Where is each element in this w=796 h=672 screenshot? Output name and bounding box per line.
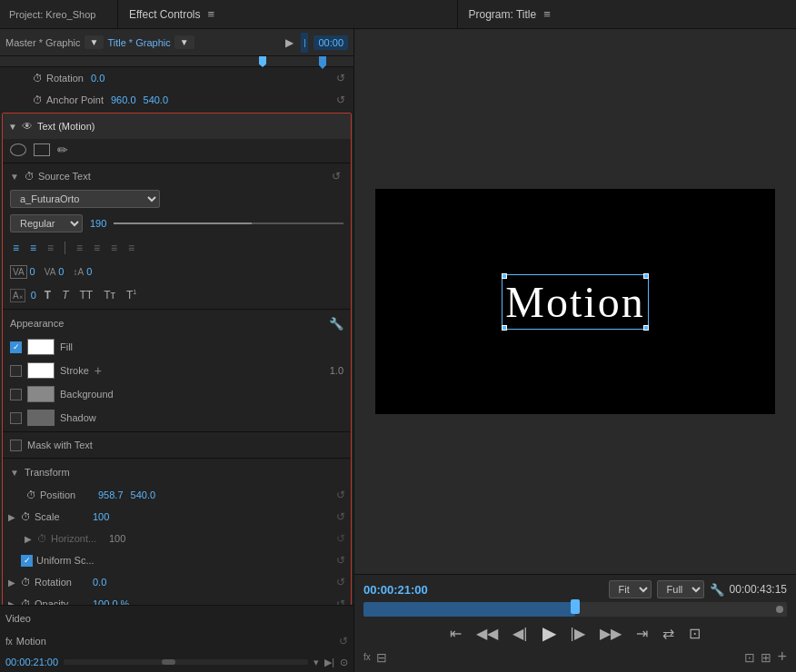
horiz-chevron[interactable]: ▶ (25, 534, 32, 544)
fill-checkbox[interactable] (10, 341, 22, 353)
uniform-reset[interactable]: ↺ (336, 554, 345, 567)
loop-btn[interactable]: ⇄ (659, 623, 678, 644)
top-scrubber[interactable] (0, 56, 353, 67)
source-text-chevron[interactable]: ▼ (10, 172, 19, 182)
text-motion-visibility[interactable]: 👁 (22, 120, 33, 133)
fit-select[interactable]: Fit (609, 580, 652, 598)
stroke-checkbox[interactable] (10, 365, 22, 377)
scale-value[interactable]: 100 (93, 511, 109, 522)
bold-btn[interactable]: T (42, 288, 54, 302)
handle-top-right[interactable] (643, 273, 649, 279)
compare-btn[interactable]: ⊟ (376, 650, 387, 665)
font-size-value[interactable]: 190 (90, 218, 106, 229)
baseline-value[interactable]: 0 (86, 266, 92, 277)
settings-wrench-icon[interactable]: 🔧 (710, 583, 724, 597)
opacity-value[interactable]: 100.0 % (93, 598, 129, 605)
opacity-stopwatch[interactable]: ⏱ (21, 598, 31, 605)
fx-reset[interactable]: ↺ (339, 635, 348, 647)
bg-checkbox[interactable] (10, 389, 22, 400)
step-back-btn[interactable]: ◀◀ (473, 623, 502, 644)
super-btn[interactable]: T1 (124, 288, 139, 302)
mask-checkbox[interactable] (10, 440, 22, 451)
opacity-reset[interactable]: ↺ (336, 598, 345, 605)
stroke-add-btn[interactable]: + (95, 363, 102, 378)
source-text-stopwatch[interactable]: ⏱ (25, 171, 35, 182)
rotation-stopwatch-t[interactable]: ⏱ (21, 577, 31, 588)
position-x[interactable]: 958.7 (98, 489, 124, 500)
lift-btn[interactable]: ⊞ (761, 650, 771, 665)
filter-btn[interactable]: ▾ (313, 657, 319, 668)
horiz-reset[interactable]: ↺ (336, 532, 345, 545)
tracking-value[interactable]: 0 (58, 266, 64, 277)
bottom-scrollbar[interactable] (64, 659, 308, 665)
italic-btn[interactable]: T (59, 288, 71, 302)
align-center-btn[interactable]: ≡ (27, 241, 39, 255)
rectangle-tool-icon[interactable] (34, 143, 50, 156)
handle-bottom-right[interactable] (643, 325, 649, 331)
rotation-value-top[interactable]: 0.0 (91, 73, 104, 84)
full-select[interactable]: Full (657, 580, 704, 598)
anchor-reset[interactable]: ↺ (333, 93, 348, 107)
scrubber-playhead-main[interactable] (571, 599, 580, 614)
wrench-icon[interactable]: 🔧 (329, 317, 343, 331)
shadow-color-swatch[interactable] (27, 410, 55, 426)
scale-stopwatch[interactable]: ⏱ (21, 511, 31, 522)
horiz-stopwatch[interactable]: ⏱ (37, 533, 47, 544)
align-right-btn[interactable]: ≡ (45, 241, 56, 255)
position-reset[interactable]: ↺ (336, 489, 345, 501)
effect-controls-menu-icon[interactable]: ≡ (207, 7, 214, 21)
scrubber-out-point[interactable] (776, 606, 783, 613)
bg-color-swatch[interactable] (27, 386, 55, 402)
master-dropdown[interactable]: ▼ (85, 35, 104, 49)
font-select[interactable]: a_FuturaOrto (10, 190, 160, 208)
justify-all-btn[interactable]: ≡ (125, 241, 137, 255)
to-in-btn[interactable]: ⇤ (446, 623, 465, 644)
allcaps-btn[interactable]: TT (76, 288, 95, 302)
align-left-btn[interactable]: ≡ (10, 241, 22, 255)
source-text-reset[interactable]: ↺ (329, 169, 343, 183)
settings-small-btn[interactable]: ⊙ (340, 657, 348, 668)
safe-btn[interactable]: ⊡ (685, 623, 704, 644)
ellipse-tool-icon[interactable] (10, 143, 26, 156)
uniform-checkbox[interactable] (21, 555, 33, 567)
justify-right-btn[interactable]: ≡ (108, 241, 120, 255)
rotation-stopwatch[interactable]: ⏱ (33, 73, 43, 84)
scrubber-bar[interactable] (363, 602, 787, 617)
nav-forward-icon[interactable]: ▶ (285, 36, 294, 49)
anchor-stopwatch[interactable]: ⏱ (33, 94, 43, 105)
position-stopwatch[interactable]: ⏱ (26, 489, 36, 500)
scale-reset[interactable]: ↺ (336, 510, 345, 523)
title-dropdown[interactable]: ▼ (174, 35, 194, 49)
handle-bottom-left[interactable] (502, 325, 507, 331)
size-slider[interactable] (114, 222, 343, 224)
text-motion-chevron[interactable]: ▼ (8, 122, 17, 132)
add-clip-btn[interactable]: ▶| (324, 657, 334, 668)
fwd-frame-btn[interactable]: |▶ (567, 623, 589, 644)
rotation-chevron[interactable]: ▶ (8, 578, 15, 588)
scroll-area[interactable]: ⏱ Rotation 0.0 ↺ ⏱ Anchor Point 960.0 54… (0, 67, 353, 605)
stroke-color-swatch[interactable] (27, 362, 55, 379)
justify-left-btn[interactable]: ≡ (74, 241, 85, 255)
rotation-reset-top[interactable]: ↺ (333, 71, 348, 85)
shadow-checkbox[interactable] (10, 412, 22, 424)
smallcaps-btn[interactable]: Tт (101, 288, 118, 302)
fill-color-swatch[interactable] (27, 339, 55, 355)
to-out-btn[interactable]: ⇥ (632, 623, 652, 644)
extract-btn[interactable]: ⊡ (744, 650, 755, 665)
anchor-y[interactable]: 540.0 (144, 94, 169, 105)
style-select[interactable]: Regular (10, 214, 83, 232)
add-to-timeline-btn[interactable]: + (777, 647, 787, 667)
back-frame-btn[interactable]: ◀| (509, 623, 531, 644)
kerning-value[interactable]: 0 (30, 266, 35, 277)
handle-top-left[interactable] (502, 273, 507, 279)
fontstyle-value[interactable]: 0 (31, 290, 36, 301)
rotation-value[interactable]: 0.0 (93, 577, 106, 588)
justify-center-btn[interactable]: ≡ (91, 241, 103, 255)
pen-tool-icon[interactable]: ✏ (57, 143, 68, 157)
play-btn[interactable]: ▶ (539, 620, 560, 646)
position-y[interactable]: 540.0 (131, 489, 156, 500)
anchor-x[interactable]: 960.0 (111, 94, 136, 105)
transform-chevron[interactable]: ▼ (10, 468, 19, 478)
scale-chevron[interactable]: ▶ (8, 512, 15, 522)
program-menu-icon[interactable]: ≡ (543, 7, 551, 21)
